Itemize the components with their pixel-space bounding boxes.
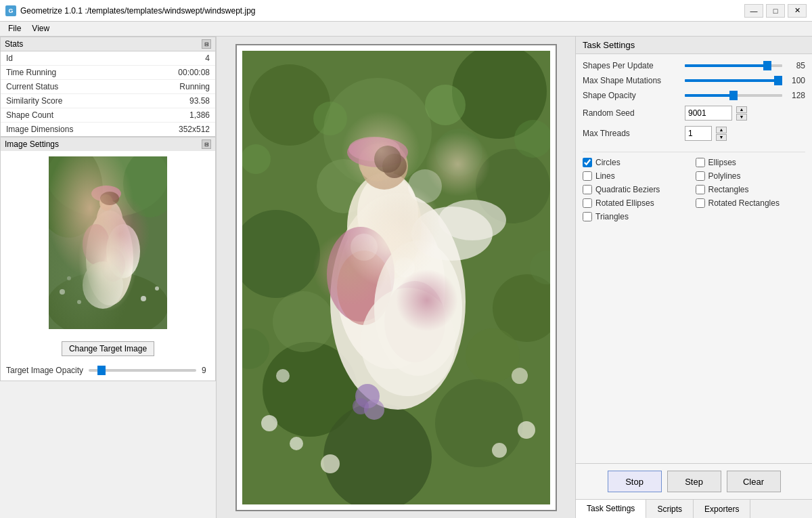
image-settings-collapse-icon[interactable]: ⊟ [202,139,211,149]
stats-header: Stats ⊟ [0,37,216,51]
svg-point-28 [323,403,432,504]
svg-point-55 [355,384,380,408]
svg-point-33 [330,193,466,410]
shape-opacity-slider[interactable] [685,94,782,97]
menu-file[interactable]: File [3,23,26,35]
target-image-preview [49,156,167,329]
stats-row-status: Current Status Running [1,80,215,94]
checkbox-quadratic-beziers[interactable]: Quadratic Beziers [583,185,693,194]
rectangles-checkbox[interactable] [696,185,705,194]
tab-exporters[interactable]: Exporters [694,500,750,518]
svg-point-57 [353,398,369,414]
checkbox-triangles[interactable]: Triangles [583,212,693,221]
svg-point-16 [141,296,146,301]
menubar: File View [0,22,812,37]
opacity-value: 9 [202,366,210,375]
menu-view[interactable]: View [26,23,55,35]
clear-button[interactable]: Clear [727,471,781,492]
stop-button[interactable]: Stop [608,471,662,492]
max-threads-input[interactable] [685,126,712,141]
svg-rect-19 [242,51,550,504]
titlebar-title: Geometrize 1.0.1 :/templates/templates/w… [20,6,256,16]
svg-point-39 [347,137,408,167]
stats-collapse-icon[interactable]: ⊟ [202,39,211,49]
checkbox-lines[interactable]: Lines [583,171,693,181]
target-image-container [0,151,216,334]
task-settings-content: Shapes Per Update 85 Max Shape Mutations [576,54,812,463]
circles-checkbox[interactable] [583,158,592,167]
image-settings-header-label: Image Settings [5,139,59,149]
close-button[interactable]: ✕ [788,4,807,18]
stats-label-id: Id [6,53,13,63]
polylines-checkbox[interactable] [696,171,705,181]
stats-row-dimensions: Image Dimensions 352x512 [1,123,215,136]
checkbox-rotated-ellipses[interactable]: Rotated Ellipses [583,198,693,208]
rotated-rectangles-checkbox[interactable] [696,198,705,208]
ellipses-label: Ellipses [708,158,736,167]
titlebar-left: G Geometrize 1.0.1 :/templates/templates… [5,5,256,16]
max-threads-spinner: ▲ ▼ [716,127,727,141]
svg-point-2 [49,156,103,238]
rotated-ellipses-checkbox[interactable] [583,198,592,208]
svg-point-5 [86,211,133,305]
shape-opacity-value: 128 [786,91,805,100]
settings-divider [583,152,805,152]
max-threads-increment[interactable]: ▲ [716,127,727,133]
random-seed-input[interactable] [685,106,732,121]
svg-point-45 [361,288,455,396]
max-threads-decrement[interactable]: ▼ [716,134,727,141]
svg-point-40 [348,137,400,161]
checkbox-polylines[interactable]: Polylines [696,171,806,181]
stats-label-shape-count: Shape Count [6,110,53,120]
triangles-checkbox[interactable] [583,212,592,221]
svg-point-29 [317,159,371,213]
ellipses-checkbox[interactable] [696,158,705,167]
checkbox-rotated-rectangles[interactable]: Rotated Rectangles [696,198,806,208]
stats-value-similarity: 93.58 [189,96,210,106]
svg-point-34 [337,207,445,369]
svg-point-32 [466,328,520,383]
svg-point-10 [99,194,113,211]
svg-point-15 [77,300,81,304]
stats-label-similarity: Similarity Score [6,96,62,106]
svg-point-36 [357,173,418,254]
opacity-slider[interactable] [89,369,196,372]
svg-point-41 [327,227,394,322]
svg-rect-0 [49,156,167,329]
svg-point-13 [83,261,123,309]
max-shape-mutations-slider[interactable] [685,79,782,82]
checkbox-ellipses[interactable]: Ellipses [696,158,806,167]
step-button[interactable]: Step [667,471,721,492]
svg-point-47 [438,200,506,240]
shapes-per-update-slider[interactable] [685,64,782,67]
svg-point-49 [290,437,303,450]
checkbox-rectangles[interactable]: Rectangles [696,185,806,194]
max-shape-mutations-slider-container: 100 [685,76,805,85]
shapes-per-update-row: Shapes Per Update 85 [583,61,805,70]
lines-checkbox[interactable] [583,171,592,181]
maximize-button[interactable]: □ [766,4,785,18]
circles-label: Circles [595,158,621,167]
minimize-button[interactable]: — [744,4,763,18]
task-settings-header: Task Settings [576,37,812,54]
action-buttons: Stop Step Clear [576,463,812,499]
svg-point-52 [518,421,535,439]
tab-scripts[interactable]: Scripts [646,500,694,518]
svg-point-26 [263,342,357,437]
random-seed-increment[interactable]: ▲ [736,106,747,113]
svg-point-3 [123,156,167,217]
quadratic-beziers-checkbox[interactable] [583,185,592,194]
svg-point-1 [49,156,167,217]
max-threads-row: Max Threads ▲ ▼ [583,126,805,141]
tab-task-settings[interactable]: Task Settings [576,500,646,518]
shape-checkboxes: Circles Ellipses Lines Polylines Quadrat [583,158,805,221]
canvas-frame [235,44,557,511]
checkbox-circles[interactable]: Circles [583,158,693,167]
max-shape-mutations-value: 100 [786,76,805,85]
stats-row-id: Id 4 [1,51,215,66]
svg-point-38 [359,144,397,181]
svg-point-35 [347,173,422,281]
shapes-per-update-label: Shapes Per Update [583,61,681,70]
random-seed-decrement[interactable]: ▼ [736,114,747,121]
change-target-image-button[interactable]: Change Target Image [62,341,154,356]
